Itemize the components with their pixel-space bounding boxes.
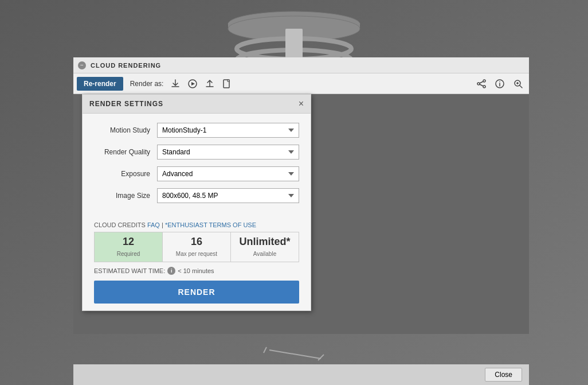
exposure-label: Exposure — [94, 170, 157, 178]
image-size-row: Image Size 800x600, 48.5 MP 1024x768, 0.… — [94, 188, 299, 203]
motion-study-row: Motion Study MotionStudy-1 MotionStudy-2 — [94, 123, 299, 138]
svg-point-23 — [483, 85, 485, 88]
svg-line-26 — [480, 84, 483, 86]
credits-available-num: Unlimited* — [236, 236, 294, 248]
wait-time-value: < 10 minutes — [178, 267, 214, 274]
toolbar-right — [474, 76, 526, 91]
svg-rect-21 — [228, 80, 229, 81]
play-icon-button[interactable] — [185, 76, 200, 91]
credits-max-label: Max per request — [176, 251, 217, 257]
credits-required-label: Required — [117, 251, 140, 257]
zoom-icon — [513, 79, 523, 89]
render-button[interactable]: RENDER — [94, 281, 299, 304]
exposure-row: Exposure Auto Advanced Custom — [94, 166, 299, 181]
dialog-title: RENDER SETTINGS — [89, 100, 163, 108]
rerender-button[interactable]: Re-render — [77, 77, 123, 91]
svg-line-25 — [480, 81, 483, 83]
upload-icon-button[interactable] — [202, 76, 217, 91]
exposure-select[interactable]: Auto Advanced Custom — [157, 166, 299, 181]
credits-title: CLOUD CREDITS — [94, 221, 146, 228]
motion-study-label: Motion Study — [94, 126, 157, 134]
close-button[interactable]: Close — [485, 368, 522, 382]
credits-max-num: 16 — [167, 236, 226, 248]
render-as-label: Render as: — [130, 80, 164, 88]
credits-max-cell: 16 Max per request — [163, 232, 231, 262]
download-icon-button[interactable] — [168, 76, 183, 91]
app-title: CLOUD RENDERING — [91, 62, 161, 69]
top-bar: − CLOUD RENDERING — [73, 57, 529, 73]
svg-point-29 — [499, 81, 500, 82]
image-size-select[interactable]: 800x600, 48.5 MP 1024x768, 0.78 MP 1920x… — [157, 188, 299, 203]
dialog-body: Motion Study MotionStudy-1 MotionStudy-2… — [83, 114, 311, 219]
download-icon — [170, 79, 181, 89]
upload-icon — [205, 79, 215, 89]
zoom-icon-button[interactable] — [511, 76, 526, 91]
file-icon-button[interactable] — [219, 76, 234, 91]
motion-study-select[interactable]: MotionStudy-1 MotionStudy-2 — [157, 123, 299, 138]
credits-available-label: Available — [253, 251, 276, 257]
svg-line-31 — [520, 85, 522, 88]
svg-marker-19 — [191, 82, 195, 85]
info-icon — [495, 79, 505, 89]
image-size-label: Image Size — [94, 192, 157, 200]
toolbar: Re-render Render as: — [73, 73, 529, 94]
wait-time-row: ESTIMATED WAIT TIME: i < 10 minutes — [94, 267, 299, 275]
share-icon-button[interactable] — [474, 76, 489, 91]
file-icon — [222, 79, 232, 89]
play-icon — [187, 79, 198, 89]
dialog-header: RENDER SETTINGS × — [83, 95, 311, 114]
dialog-close-button[interactable]: × — [299, 99, 304, 108]
credits-section: CLOUD CREDITS FAQ | *ENTHUSIAST TERMS OF… — [83, 219, 311, 310]
info-icon-button[interactable] — [492, 76, 507, 91]
credits-available-cell: Unlimited* Available — [231, 232, 299, 262]
credits-grid: 12 Required 16 Max per request Unlimited… — [94, 232, 299, 262]
faq-link[interactable]: FAQ — [147, 221, 160, 228]
wait-time-label: ESTIMATED WAIT TIME: — [94, 267, 165, 274]
render-quality-row: Render Quality Draft Standard High Ultra — [94, 145, 299, 160]
render-settings-dialog: RENDER SETTINGS × Motion Study MotionStu… — [82, 94, 311, 311]
wait-time-info-icon: i — [167, 267, 175, 275]
credits-header: CLOUD CREDITS FAQ | *ENTHUSIAST TERMS OF… — [94, 221, 299, 228]
share-icon — [476, 79, 487, 89]
credits-required-num: 12 — [99, 236, 158, 248]
bottom-bar: Close — [73, 364, 529, 385]
terms-link[interactable]: *ENTHUSIAST TERMS OF USE — [165, 221, 256, 228]
render-quality-label: Render Quality — [94, 148, 157, 156]
window-icon: − — [78, 61, 86, 69]
render-quality-select[interactable]: Draft Standard High Ultra — [157, 145, 299, 160]
svg-point-22 — [483, 80, 485, 82]
credits-required-cell: 12 Required — [95, 232, 163, 262]
svg-point-24 — [477, 83, 480, 85]
